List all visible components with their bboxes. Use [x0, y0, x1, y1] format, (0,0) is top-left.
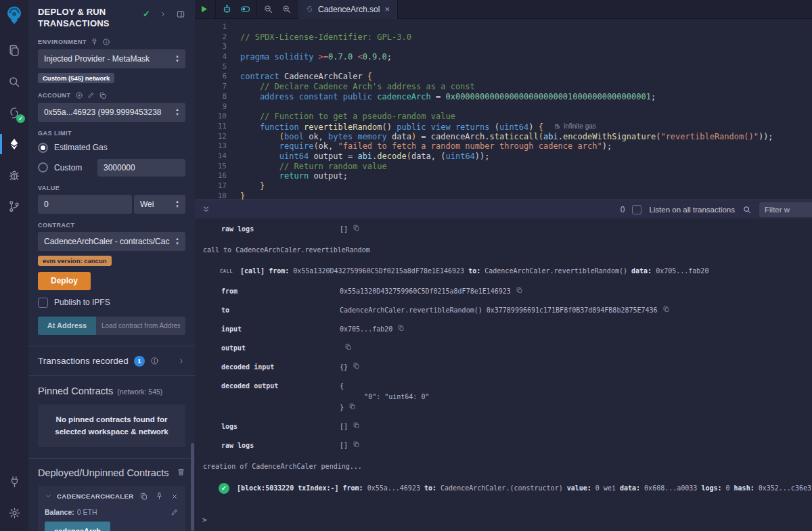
stepper-icon: ▲ ▼	[175, 237, 179, 246]
sidebar-item-search[interactable]	[0, 66, 28, 97]
terminal-header: 0 Listen on all transactions	[195, 200, 812, 218]
collapse-contract-icon[interactable]	[45, 492, 52, 500]
balance-value: 0 ETH	[77, 508, 97, 516]
network-badge: Custom (545) network	[38, 73, 114, 83]
code-line-13: 13 require(ok, "failed to fetch a random…	[195, 141, 812, 152]
sidebar-item-git[interactable]	[0, 191, 28, 222]
edit-account-icon[interactable]	[87, 91, 95, 99]
environment-plug-icon[interactable]	[91, 38, 98, 45]
line-number: 15	[195, 162, 240, 172]
sidebar-item-settings[interactable]	[0, 497, 28, 528]
tab-cadencearch-sol[interactable]: CadenceArch.sol ×	[298, 0, 398, 19]
terminal-log-entry: output	[195, 343, 812, 354]
line-number: 2	[195, 32, 240, 43]
value-unit-select[interactable]: Wei ▲ ▼	[134, 195, 185, 214]
copy-icon[interactable]	[353, 224, 360, 231]
sidebar-item-file-explorer[interactable]	[0, 35, 28, 66]
edit-balance-icon[interactable]	[171, 508, 179, 516]
transactions-info-icon[interactable]	[150, 356, 159, 365]
code-text: address constant public cadenceArch = 0x…	[240, 92, 656, 102]
code-line-7: 7 // Declare Cadence Arch's address as a…	[195, 82, 812, 92]
transactions-expand-icon[interactable]	[177, 357, 185, 365]
contract-method-button-cadencearch[interactable]: cadenceArch	[45, 522, 110, 531]
value-input[interactable]	[38, 195, 132, 214]
code-line-4: 4pragma solidity >=0.7.0 <0.9.0;	[195, 52, 812, 62]
line-number: 8	[195, 92, 240, 102]
at-address-input[interactable]	[96, 317, 185, 335]
sidebar-bottom-icons	[0, 466, 28, 528]
custom-gas-radio[interactable]	[38, 162, 48, 172]
success-check-icon: ✓	[219, 483, 229, 494]
stepper-icon: ▲ ▼	[175, 108, 179, 116]
publish-ipfs-checkbox[interactable]	[38, 298, 48, 308]
sidebar-item-deploy-and-run[interactable]	[0, 129, 28, 160]
close-tab-icon[interactable]: ×	[384, 4, 390, 14]
copy-icon[interactable]	[353, 421, 360, 429]
add-account-icon[interactable]	[75, 91, 83, 99]
at-address-button[interactable]: At Address	[38, 317, 96, 335]
panel-scrollbar[interactable]	[191, 443, 194, 531]
code-editor[interactable]: 12// SPDX-License-Identifier: GPL-3.034p…	[195, 19, 812, 200]
sidebar-item-debugger[interactable]	[0, 160, 28, 191]
line-number: 3	[195, 42, 240, 52]
copy-account-icon[interactable]	[99, 91, 107, 99]
expand-panel-icon[interactable]	[159, 10, 167, 18]
stepper-icon: ▲ ▼	[175, 200, 179, 208]
terminal-log-entry: ✓[block:5033220 txIndex:-] from: 0x55a..…	[219, 483, 812, 494]
copy-icon[interactable]	[662, 305, 670, 313]
copy-icon[interactable]	[353, 440, 360, 448]
account-select[interactable]: 0x55a...46923 (999.9999453238 ▲ ▼	[38, 103, 185, 122]
code-text: uint64 output = abi.decode(data, (uint64…	[240, 152, 490, 162]
account-label: ACCOUNT	[38, 91, 185, 99]
terminal-log-entry: creation of CadenceArchCaler pending...	[203, 461, 812, 472]
zoom-out-icon[interactable]	[259, 0, 277, 19]
remix-ide-window: ✓ DEPLOY & RUN TRANSACTIONS ✓ ENVIRONMEN…	[0, 0, 812, 531]
terminal[interactable]: raw logs[]call to CadenceArchCaler.rever…	[195, 218, 812, 531]
code-line-5: 5	[195, 62, 812, 72]
contract-instance-title: CADENCEARCHCALER AT 0)	[57, 492, 135, 500]
code-line-15: 15 // Return random value	[195, 162, 812, 172]
toggle-widget-icon[interactable]	[236, 0, 254, 19]
sidebar-item-plugin-manager[interactable]	[0, 466, 28, 497]
pin-panel-icon[interactable]	[176, 9, 185, 19]
environment-info-icon[interactable]	[102, 38, 110, 46]
copy-icon[interactable]	[344, 343, 352, 350]
remixai-assistant-icon[interactable]	[218, 0, 236, 19]
copy-address-icon[interactable]	[139, 492, 148, 501]
deploy-button[interactable]: Deploy	[38, 272, 91, 290]
custom-gas-input[interactable]	[97, 159, 185, 177]
code-line-16: 16 return output;	[195, 171, 812, 181]
compiled-check-badge: ✓	[16, 114, 25, 123]
code-line-1: 1	[195, 22, 812, 32]
terminal-search-icon[interactable]	[742, 205, 752, 214]
code-line-2: 2// SPDX-License-Identifier: GPL-3.0	[195, 32, 812, 43]
code-text: // Function to get a pseudo-random value	[240, 112, 455, 122]
remix-logo-icon[interactable]	[4, 5, 24, 27]
collapse-terminal-icon[interactable]	[202, 205, 210, 214]
remove-contract-icon[interactable]	[171, 492, 179, 501]
contract-select[interactable]: CadenceArchCaler - contracts/Cac ▲ ▼	[38, 232, 185, 251]
clear-contracts-trash-icon[interactable]	[177, 467, 185, 476]
environment-select[interactable]: Injected Provider - MetaMask ▲ ▼	[38, 49, 185, 68]
copy-icon[interactable]	[353, 362, 360, 369]
copy-icon[interactable]	[516, 286, 523, 294]
terminal-log-entry: CALL[call] from: 0x55a1320D432759960C5Df…	[220, 266, 812, 277]
terminal-filter-input[interactable]	[759, 202, 812, 217]
copy-icon[interactable]	[397, 324, 405, 331]
deploy-run-panel: DEPLOY & RUN TRANSACTIONS ✓ ENVIRONMENT …	[28, 0, 196, 531]
pin-contract-icon[interactable]	[155, 492, 164, 501]
estimated-gas-radio[interactable]	[38, 143, 48, 153]
sidebar-item-solidity-compiler[interactable]: ✓	[0, 97, 28, 129]
zoom-in-icon[interactable]	[277, 0, 296, 19]
copy-icon[interactable]	[348, 402, 356, 413]
run-script-icon[interactable]	[195, 0, 213, 19]
line-number: 6	[195, 72, 240, 82]
code-line-14: 14 uint64 output = abi.decode(data, (uin…	[195, 152, 812, 162]
terminal-count: 0	[621, 205, 625, 214]
code-line-9: 9	[195, 102, 812, 112]
toolbar-separator	[215, 0, 216, 19]
terminal-prompt[interactable]: >	[202, 515, 207, 524]
icon-sidebar: ✓	[0, 0, 29, 531]
listen-all-transactions-checkbox[interactable]	[632, 205, 641, 214]
line-number: 12	[195, 132, 240, 142]
